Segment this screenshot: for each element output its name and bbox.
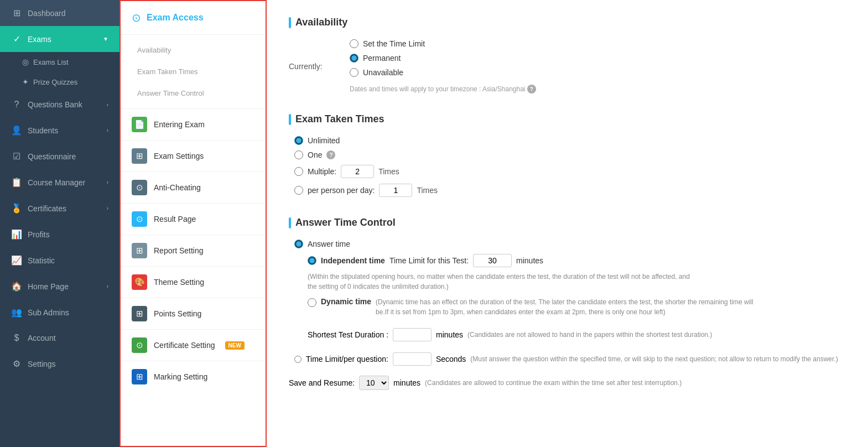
menu-item-anti-cheating[interactable]: ⊙ Anti-Cheating: [121, 171, 266, 203]
multiple-times-input[interactable]: [341, 165, 374, 178]
sidebar-item-account[interactable]: $ Account: [0, 325, 119, 351]
nav-item-exam-taken-times[interactable]: Exam Taken Times: [121, 61, 266, 82]
sidebar-item-statistic[interactable]: 📈 Statistic: [0, 247, 119, 273]
sidebar-item-home-page[interactable]: 🏠 Home Page ›: [0, 273, 119, 299]
middle-nav-section: Availability Exam Taken Times Answer Tim…: [121, 35, 266, 108]
home-icon: 🏠: [11, 281, 22, 292]
availability-section: Availability Currently: Set the Time Lim…: [289, 17, 846, 93]
independent-time-row: Independent time Time Limit for this Tes…: [308, 254, 846, 292]
chevron-right-icon: ›: [107, 179, 108, 185]
answer-time-radio[interactable]: [294, 240, 303, 248]
one-option[interactable]: One ?: [294, 150, 846, 159]
menu-item-result-page[interactable]: ⊙ Result Page: [121, 203, 266, 235]
per-question-radio[interactable]: [294, 356, 302, 363]
exams-list-icon: ◎: [22, 58, 29, 66]
sub-admins-icon: 👥: [11, 307, 22, 318]
sidebar-item-certificates[interactable]: 🏅 Certificates ›: [0, 195, 119, 221]
set-time-limit-option[interactable]: Set the Time Limit: [350, 39, 536, 48]
answer-time-radio-group: Answer time Independent time Time Limit …: [294, 240, 846, 366]
entering-exam-icon: 📄: [132, 117, 147, 132]
statistic-icon: 📈: [11, 255, 22, 266]
per-person-option[interactable]: per person per day: Times: [294, 184, 846, 197]
chevron-down-icon: ▼: [103, 36, 108, 42]
sidebar: ⊞ Dashboard ✓ Exams ▼ ◎ Exams List ✦ Pri…: [0, 0, 119, 447]
dashboard-icon: ⊞: [11, 8, 22, 18]
menu-item-marking-setting[interactable]: ⊞ Marking Setting: [121, 361, 266, 392]
chevron-right-icon: ›: [107, 205, 108, 211]
menu-item-theme-setting[interactable]: 🎨 Theme Setting: [121, 266, 266, 298]
chevron-right-icon: ›: [107, 102, 108, 108]
availability-title: Availability: [289, 17, 846, 28]
course-manager-icon: 📋: [11, 177, 22, 188]
timezone-hint: Dates and times will apply to your timez…: [350, 85, 536, 93]
permanent-radio[interactable]: [350, 54, 358, 63]
unlimited-option[interactable]: Unlimited: [294, 136, 846, 145]
time-limit-input[interactable]: [473, 254, 512, 267]
per-person-radio[interactable]: [294, 186, 303, 195]
menu-item-certificate-setting[interactable]: ⊙ Certificate Setting NEW: [121, 329, 266, 361]
save-resume-select[interactable]: 10 20 30 60: [359, 376, 389, 390]
save-resume-row: Save and Resume: 10 20 30 60 minutes (Ca…: [289, 376, 846, 390]
theme-setting-icon: 🎨: [132, 274, 147, 290]
sidebar-item-students[interactable]: 👤 Students ›: [0, 117, 119, 143]
middle-panel-title: Exam Access: [147, 13, 204, 23]
unlimited-radio[interactable]: [294, 136, 303, 145]
one-help-icon[interactable]: ?: [326, 150, 335, 159]
sidebar-item-settings[interactable]: ⚙ Settings: [0, 351, 119, 377]
report-setting-icon: ⊞: [132, 243, 147, 258]
exam-taken-times-radio-group: Unlimited One ? Multiple: Times per pers…: [294, 136, 846, 197]
sidebar-item-course-manager[interactable]: 📋 Course Manager ›: [0, 169, 119, 195]
multiple-radio[interactable]: [294, 167, 303, 176]
unavailable-radio[interactable]: [350, 68, 358, 77]
exam-taken-times-section: Exam Taken Times Unlimited One ? Multipl…: [289, 113, 846, 197]
chevron-right-icon: ›: [107, 127, 108, 133]
answer-time-option[interactable]: Answer time: [294, 240, 846, 248]
points-setting-icon: ⊞: [132, 306, 147, 321]
sidebar-item-profits[interactable]: 📊 Profits: [0, 221, 119, 247]
menu-item-entering-exam[interactable]: 📄 Entering Exam: [121, 108, 266, 140]
permanent-option[interactable]: Permanent: [350, 54, 536, 63]
multiple-option[interactable]: Multiple: Times: [294, 165, 846, 178]
per-question-row: Time Limit/per question: Seconds (Must a…: [294, 352, 846, 366]
answer-time-control-section: Answer Time Control Answer time Independ…: [289, 217, 846, 390]
questions-icon: ?: [11, 100, 22, 110]
nav-item-answer-time-control[interactable]: Answer Time Control: [121, 82, 266, 104]
independent-time-radio[interactable]: [308, 256, 316, 265]
nav-item-availability[interactable]: Availability: [121, 39, 266, 61]
sidebar-item-dashboard[interactable]: ⊞ Dashboard: [0, 0, 119, 26]
set-time-limit-radio[interactable]: [350, 39, 358, 48]
sidebar-item-exams[interactable]: ✓ Exams ▼: [0, 26, 119, 52]
availability-radio-group: Set the Time Limit Permanent Unavailable…: [350, 39, 536, 93]
settings-icon: ⚙: [11, 358, 22, 369]
sidebar-item-questions-bank[interactable]: ? Questions Bank ›: [0, 92, 119, 117]
students-icon: 👤: [11, 125, 22, 136]
questionnaire-icon: ☑: [11, 151, 22, 162]
menu-item-points-setting[interactable]: ⊞ Points Setting: [121, 298, 266, 329]
new-badge: NEW: [225, 341, 245, 350]
prize-quizzes-icon: ✦: [22, 77, 29, 86]
currently-row: Currently: Set the Time Limit Permanent …: [289, 39, 846, 93]
sidebar-item-prize-quizzes[interactable]: ✦ Prize Quizzes: [0, 72, 119, 92]
sidebar-item-exams-list[interactable]: ◎ Exams List: [0, 52, 119, 72]
sidebar-item-sub-admins[interactable]: 👥 Sub Admins: [0, 299, 119, 325]
shortest-duration-input[interactable]: [393, 328, 432, 341]
profits-icon: 📊: [11, 229, 22, 240]
timezone-help-icon[interactable]: ?: [527, 85, 536, 93]
dynamic-time-radio[interactable]: [308, 298, 316, 307]
exam-access-icon: ⊙: [132, 11, 141, 24]
exam-taken-times-title: Exam Taken Times: [289, 113, 846, 125]
answer-time-control-title: Answer Time Control: [289, 217, 846, 228]
one-radio[interactable]: [294, 150, 303, 159]
per-person-input[interactable]: [379, 184, 412, 197]
dynamic-time-row: Dynamic time (Dynamic time has an effect…: [308, 297, 846, 317]
unavailable-option[interactable]: Unavailable: [350, 68, 536, 77]
shortest-duration-row: Shortest Test Duration : minutes (Candid…: [308, 328, 846, 341]
marking-setting-icon: ⊞: [132, 369, 147, 384]
menu-item-exam-settings[interactable]: ⊞ Exam Settings: [121, 140, 266, 171]
anti-cheating-icon: ⊙: [132, 180, 147, 195]
menu-item-report-setting[interactable]: ⊞ Report Setting: [121, 235, 266, 266]
per-question-input[interactable]: [393, 352, 432, 366]
main-content: Availability Currently: Set the Time Lim…: [267, 0, 868, 447]
middle-panel-header: ⊙ Exam Access: [121, 1, 266, 35]
sidebar-item-questionnaire[interactable]: ☑ Questionnaire: [0, 143, 119, 169]
